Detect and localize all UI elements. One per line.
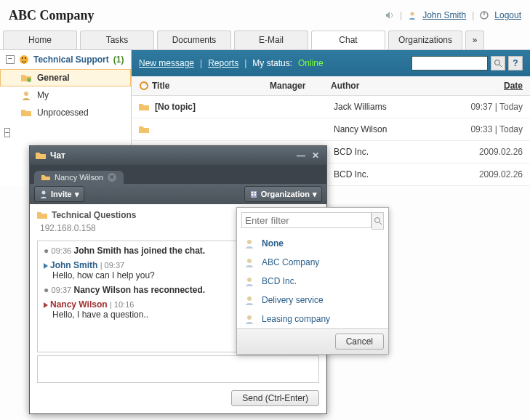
power-icon	[480, 11, 489, 20]
svg-point-17	[42, 191, 46, 195]
row-date: 2009.02.26	[453, 169, 523, 179]
org-icon	[244, 257, 254, 267]
tab-home[interactable]: Home	[3, 31, 77, 49]
svg-rect-19	[252, 192, 253, 193]
sidebar-item-my[interactable]: My	[0, 86, 131, 104]
organization-label: Organization	[261, 190, 310, 198]
org-label: None	[262, 238, 284, 249]
tab-chat[interactable]: Chat	[311, 31, 385, 49]
search-input[interactable]	[411, 56, 488, 70]
organization-dropdown: NoneABC CompanyBCD Inc.Delivery serviceL…	[236, 207, 389, 355]
svg-point-0	[411, 12, 414, 16]
refresh-icon[interactable]	[139, 81, 149, 91]
col-date[interactable]: Date	[450, 81, 523, 91]
col-manager[interactable]: Manager	[270, 81, 328, 91]
invite-button[interactable]: Invite ▾	[34, 186, 84, 202]
svg-point-3	[20, 55, 28, 64]
svg-point-25	[247, 240, 252, 244]
row-author: BCD Inc.	[334, 169, 450, 179]
close-button[interactable]: ✕	[310, 150, 321, 161]
org-icon	[244, 314, 254, 324]
chat-tab[interactable]: Nancy Wilson ✕	[34, 171, 124, 184]
org-item[interactable]: Delivery service	[237, 291, 388, 310]
svg-point-29	[247, 315, 252, 320]
col-title[interactable]: Title	[152, 81, 267, 91]
folder-icon	[41, 174, 50, 181]
sidebar-item-general[interactable]: General	[0, 69, 131, 86]
grid-header: Title Manager Author Date	[132, 76, 530, 96]
collapse-icon[interactable]: −	[6, 55, 15, 64]
row-icon	[139, 125, 152, 134]
tab-tasks[interactable]: Tasks	[80, 31, 154, 49]
org-label: BCD Inc.	[262, 276, 297, 286]
help-button[interactable]: ?	[508, 56, 523, 70]
chat-icon	[36, 151, 46, 160]
expand-icon[interactable]: −	[4, 127, 127, 137]
tab-email[interactable]: E-Mail	[234, 31, 308, 49]
send-button[interactable]: Send (Ctrl-Enter)	[231, 390, 319, 406]
folder-icon	[21, 73, 31, 82]
building-icon	[249, 190, 258, 198]
svg-point-5	[25, 57, 26, 59]
org-item[interactable]: BCD Inc.	[237, 272, 388, 291]
user-icon	[21, 90, 31, 100]
tabs-overflow-button[interactable]: »	[465, 31, 484, 49]
user-icon	[408, 11, 417, 20]
sidebar-group[interactable]: − Technical Support (1)	[0, 50, 131, 69]
chat-tab-label: Nancy Wilson	[55, 173, 103, 182]
invite-label: Invite	[51, 190, 72, 198]
org-item[interactable]: ABC Company	[237, 253, 388, 272]
svg-point-27	[247, 278, 252, 282]
sidebar-item-unprocessed[interactable]: Unprocessed	[0, 104, 131, 121]
row-author: BCD Inc.	[334, 147, 450, 157]
user-link[interactable]: John Smith	[422, 10, 466, 20]
sound-icon[interactable]	[385, 11, 394, 20]
search-icon	[374, 217, 382, 225]
chat-compose[interactable]	[37, 355, 319, 383]
minimize-button[interactable]: —	[296, 150, 306, 161]
chat-window-header[interactable]: Чат — ✕	[30, 146, 326, 165]
org-item[interactable]: None	[237, 234, 388, 253]
org-filter-search-button[interactable]	[372, 212, 384, 230]
svg-point-23	[374, 218, 380, 223]
tab-organizations[interactable]: Organizations	[388, 31, 462, 49]
col-author[interactable]: Author	[331, 81, 447, 91]
org-item[interactable]: Leasing company	[237, 310, 388, 328]
sidebar-group-title: Technical Support	[33, 54, 109, 65]
row-title: [No topic]	[155, 102, 270, 112]
organization-button[interactable]: Organization ▾	[244, 186, 322, 202]
svg-point-26	[247, 259, 252, 263]
org-cancel-button[interactable]: Cancel	[335, 334, 384, 350]
svg-point-4	[22, 57, 23, 59]
chat-titlebar: New message | Reports | My status: Onlin…	[132, 50, 530, 76]
table-row[interactable]: Nancy Wilson09:33 | Today	[132, 118, 530, 141]
row-date: 2009.02.26	[453, 147, 523, 157]
org-icon	[244, 295, 254, 305]
chat-topic: Technical Questions	[52, 210, 136, 220]
svg-point-8	[495, 60, 500, 65]
chevron-down-icon: ▾	[75, 190, 79, 199]
org-icon	[244, 238, 254, 249]
org-label: Leasing company	[262, 314, 330, 324]
sidebar-item-label: Unprocessed	[37, 108, 89, 118]
table-row[interactable]: [No topic]Jack Williams09:37 | Today	[132, 96, 530, 118]
tab-close-icon[interactable]: ✕	[108, 173, 116, 182]
chevron-down-icon: ▾	[313, 190, 317, 199]
my-status-value[interactable]: Online	[298, 58, 324, 68]
search-button[interactable]	[491, 56, 505, 70]
folder-icon	[37, 211, 47, 219]
company-name: ABC Company	[9, 8, 95, 23]
search-icon	[494, 59, 502, 68]
svg-rect-22	[254, 194, 256, 195]
new-message-link[interactable]: New message	[139, 58, 194, 68]
chat-window-title: Чат	[50, 150, 65, 161]
reports-link[interactable]: Reports	[208, 58, 238, 68]
org-label: Delivery service	[262, 295, 324, 305]
sidebar-item-label: My	[37, 90, 49, 100]
org-label: ABC Company	[262, 257, 319, 267]
tab-documents[interactable]: Documents	[157, 31, 231, 49]
svg-line-9	[499, 65, 502, 67]
logout-link[interactable]: Logout	[494, 10, 521, 20]
folder-icon	[21, 108, 31, 117]
org-filter-input[interactable]	[241, 212, 372, 228]
